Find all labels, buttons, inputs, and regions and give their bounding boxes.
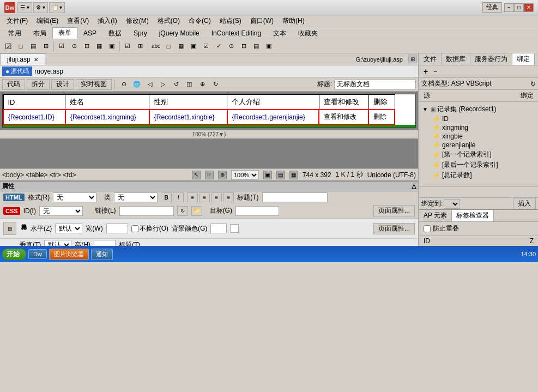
align-right-icon[interactable]: ≡ <box>211 192 222 202</box>
start-btn[interactable]: 开始 <box>2 249 26 260</box>
cursor-icon[interactable]: ↖ <box>192 171 201 179</box>
toolbar-icon-1[interactable]: ☑ <box>2 40 14 52</box>
class-select[interactable]: 无 <box>114 192 158 202</box>
tab-data[interactable]: 数据 <box>102 27 128 39</box>
id-select[interactable]: 无 <box>39 206 83 216</box>
toolbar-icon-10[interactable]: ☑ <box>122 40 134 52</box>
nav-back-icon[interactable]: ◁ <box>144 79 156 91</box>
classic-label[interactable]: 经典 <box>482 2 502 13</box>
link-folder-icon[interactable]: 📁 <box>191 206 202 216</box>
tab-favorites[interactable]: 收藏夹 <box>292 27 324 39</box>
page-props-btn[interactable]: 页面属性... <box>373 205 415 216</box>
bold-btn[interactable]: B <box>161 192 172 202</box>
toolbar-icon-2[interactable]: □ <box>15 40 27 52</box>
toolbar-icon-8[interactable]: ▦ <box>93 40 105 52</box>
tab-jquery-mobile[interactable]: jQuery Mobile <box>153 27 205 39</box>
tab-form[interactable]: 表单 <box>52 27 77 39</box>
minimize-btn[interactable]: − <box>504 3 514 12</box>
vertical-select[interactable]: 默认 <box>44 240 71 246</box>
tree-item-gerenjianjie[interactable]: ⚡ gerenjianjie <box>421 141 536 149</box>
toolbar-icon-15[interactable]: ▣ <box>188 40 200 52</box>
toolbar-icon-18[interactable]: ⊙ <box>225 40 237 52</box>
tree-item-total[interactable]: ⚡ [总记录数] <box>421 170 536 180</box>
toolbar-dropdown-2[interactable]: ⚙ ▾ <box>33 2 48 13</box>
refresh-design-icon[interactable]: ↺ <box>170 79 182 91</box>
toolbar-icon-11[interactable]: ⊞ <box>134 40 146 52</box>
toolbar-icon-5[interactable]: ☑ <box>56 40 68 52</box>
rpanel-tab-db[interactable]: 数据库 <box>442 53 470 65</box>
split-view-btn[interactable]: 拆分 <box>27 79 50 90</box>
align-left-icon[interactable]: ≡ <box>187 192 198 202</box>
toolbar-icon-3[interactable]: ▤ <box>27 40 39 52</box>
menu-command[interactable]: 命令(C) <box>184 15 215 27</box>
bg-color-input[interactable] <box>210 224 227 233</box>
width-input[interactable] <box>106 224 128 233</box>
screen-icon-3[interactable]: ▦ <box>289 171 298 179</box>
menu-format[interactable]: 格式(O) <box>153 15 184 27</box>
refresh-btn[interactable]: ↻ <box>530 80 536 88</box>
menu-insert[interactable]: 插入(I) <box>93 15 121 27</box>
nav-fwd-icon[interactable]: ▷ <box>157 79 169 91</box>
toolbar-icon-4[interactable]: ⊞ <box>40 40 52 52</box>
tab-asp[interactable]: ASP <box>77 27 102 39</box>
prevent-overlap-checkbox[interactable] <box>424 225 431 232</box>
toolbar-icon-13[interactable]: □ <box>162 40 174 52</box>
toolbar-dropdown-3[interactable]: 📋 ▾ <box>49 2 65 13</box>
link-browse-icon[interactable]: ↻ <box>177 206 188 216</box>
tab-common[interactable]: 常用 <box>2 27 27 39</box>
tab-tag-inspector[interactable]: 标签检查器 <box>452 210 494 221</box>
zoom-icon[interactable]: ⊕ <box>196 79 208 91</box>
toolbar-icon-7[interactable]: ⊡ <box>81 40 93 52</box>
zoom-status-icon[interactable]: ⊕ <box>218 171 227 179</box>
cell-intro[interactable]: {Recordset1.gerenjianjie} <box>227 110 319 124</box>
screen-icon-1[interactable]: ▣ <box>263 171 272 179</box>
view-options-icon[interactable]: ◫ <box>183 79 195 91</box>
toolbar-icon-17[interactable]: ✓ <box>213 40 225 52</box>
tab-text[interactable]: 文本 <box>267 27 292 39</box>
tree-item-recordset[interactable]: ▼ ▣ 记录集 (Recordset1) <box>421 104 536 114</box>
live-view-icon[interactable]: ⊙ <box>118 79 130 91</box>
menu-window[interactable]: 窗口(W) <box>246 15 278 27</box>
title-input[interactable] <box>334 80 416 89</box>
link-input[interactable] <box>119 206 174 216</box>
realtime-view-btn[interactable]: 实时视图 <box>76 79 112 90</box>
code-view-btn[interactable]: 代码 <box>2 79 25 90</box>
tab-ap-elements[interactable]: AP 元素 <box>419 210 452 221</box>
menu-edit[interactable]: 编辑(E) <box>32 15 63 27</box>
bind-dropdown[interactable] <box>444 199 460 209</box>
css-tag[interactable]: CSS <box>3 207 20 215</box>
hand-icon[interactable]: ☞ <box>205 171 214 179</box>
tab-spry[interactable]: Spry <box>128 27 153 39</box>
tree-item-last-idx[interactable]: ⚡ [最后一个记录索引] <box>421 160 536 170</box>
rpanel-minus-btn[interactable]: − <box>431 68 439 75</box>
doc-tab-close[interactable]: ✕ <box>34 57 38 63</box>
props-collapse-icon[interactable]: △ <box>412 183 416 190</box>
tab-layout[interactable]: 布局 <box>27 27 52 39</box>
rpanel-tab-server[interactable]: 服务器行为 <box>470 53 512 65</box>
doc-tab-jiluji[interactable]: jiluji.asp ✕ <box>0 53 45 65</box>
toolbar-dropdown-1[interactable]: ☰ ▾ <box>17 2 32 13</box>
header-input[interactable] <box>262 192 328 202</box>
height-input[interactable] <box>94 240 116 246</box>
toolbar-icon-14[interactable]: ▦ <box>175 40 187 52</box>
cell-action[interactable]: 查看和修改 <box>319 110 368 124</box>
tab-incontext[interactable]: InContext Editing <box>205 27 267 39</box>
tree-item-first-idx[interactable]: ⚡ [第一个记录索引] <box>421 149 536 160</box>
toolbar-icon-21[interactable]: ▣ <box>263 40 275 52</box>
toolbar-icon-12[interactable]: abc <box>150 40 162 52</box>
taskbar-viewer[interactable]: 图片浏览器 <box>49 249 89 260</box>
menu-site[interactable]: 站点(S) <box>215 15 246 27</box>
cell-delete[interactable]: 删除 <box>368 110 395 124</box>
rpanel-scrollbar[interactable] <box>419 186 538 197</box>
maximize-btn[interactable]: □ <box>514 3 524 12</box>
taskbar-notify[interactable]: 通知 <box>91 249 113 260</box>
horizontal-select[interactable]: 默认 <box>55 224 82 233</box>
page-face-btn[interactable]: 页面属性... <box>373 223 415 234</box>
toolbar-icon-9[interactable]: ▣ <box>106 40 118 52</box>
design-view-btn[interactable]: 设计 <box>51 79 74 90</box>
rpanel-tab-bind[interactable]: 绑定 <box>512 53 535 65</box>
align-justify-icon[interactable]: ≡ <box>223 192 234 202</box>
rpanel-add-btn[interactable]: + <box>421 67 430 76</box>
tree-item-id[interactable]: ⚡ ID <box>421 114 536 123</box>
align-center-icon[interactable]: ≡ <box>199 192 210 202</box>
